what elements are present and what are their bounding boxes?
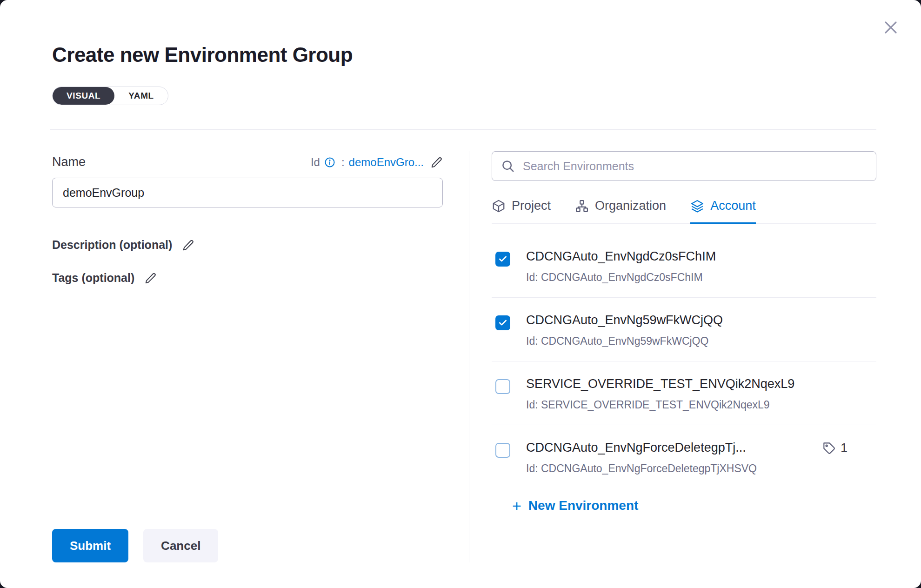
environment-checkbox[interactable] [495, 443, 510, 458]
new-environment-button[interactable]: + New Environment [512, 498, 876, 513]
id-row: Id : demoEnvGro... [311, 156, 443, 169]
id-separator: : [341, 156, 345, 169]
create-environment-group-modal: Create new Environment Group VISUAL YAML… [0, 0, 921, 588]
new-environment-label: New Environment [528, 498, 638, 513]
name-input[interactable] [52, 178, 443, 207]
tag-count-badge: 1 [823, 441, 848, 455]
submit-button[interactable]: Submit [52, 529, 128, 562]
info-icon[interactable] [324, 157, 335, 168]
search-environments-input[interactable] [492, 151, 876, 181]
search-icon [501, 159, 515, 173]
environment-row: CDCNGAuto_EnvNgdCz0sFChIM Id: CDCNGAuto_… [492, 224, 876, 298]
environment-id: Id: CDCNGAuto_EnvNgForceDeletegpTjXHSVQ [526, 461, 807, 475]
environment-list: CDCNGAuto_EnvNgdCz0sFChIM Id: CDCNGAuto_… [492, 224, 876, 479]
hierarchy-icon [575, 199, 589, 213]
environment-id: Id: CDCNGAuto_EnvNg59wFkWCjQQ [526, 334, 876, 348]
form-panel: Name Id : demoEnvGro... [52, 151, 443, 562]
environment-id: Id: SERVICE_OVERRIDE_TEST_ENVQik2NqexL9 [526, 398, 876, 412]
tab-account-label: Account [710, 199, 756, 213]
environment-row: CDCNGAuto_EnvNgForceDeletegpTj... Id: CD… [492, 425, 876, 479]
environment-name: CDCNGAuto_EnvNgForceDeletegpTj... [526, 439, 807, 456]
environment-row: CDCNGAuto_EnvNg59wFkWCjQQ Id: CDCNGAuto_… [492, 298, 876, 361]
tags-label: Tags (optional) [52, 271, 134, 285]
name-label: Name [52, 155, 86, 169]
cube-icon [492, 199, 506, 213]
tag-icon [823, 442, 836, 455]
environment-id: Id: CDCNGAuto_EnvNgdCz0sFChIM [526, 270, 876, 284]
environment-row: SERVICE_OVERRIDE_TEST_ENVQik2NqexL9 Id: … [492, 361, 876, 425]
layers-icon [690, 199, 704, 213]
environment-checkbox[interactable] [495, 252, 510, 267]
tab-visual[interactable]: VISUAL [53, 87, 114, 105]
visual-yaml-toggle: VISUAL YAML [52, 87, 168, 105]
tab-project-label: Project [512, 199, 551, 213]
tab-organization-label: Organization [595, 199, 666, 213]
id-label: Id [311, 156, 320, 169]
environment-checkbox[interactable] [495, 379, 510, 394]
close-icon[interactable] [882, 19, 900, 36]
tab-yaml[interactable]: YAML [114, 87, 167, 105]
cancel-button[interactable]: Cancel [143, 529, 218, 562]
tab-project[interactable]: Project [492, 199, 551, 224]
tab-account[interactable]: Account [690, 199, 756, 224]
divider [50, 129, 876, 130]
environment-name: CDCNGAuto_EnvNg59wFkWCjQQ [526, 312, 876, 328]
page-title: Create new Environment Group [52, 43, 921, 67]
tag-count: 1 [841, 441, 848, 455]
id-value: demoEnvGro... [349, 156, 424, 169]
environment-name: CDCNGAuto_EnvNgdCz0sFChIM [526, 248, 876, 265]
environment-checkbox[interactable] [495, 315, 510, 330]
plus-icon: + [512, 499, 521, 512]
environment-name: SERVICE_OVERRIDE_TEST_ENVQik2NqexL9 [526, 375, 876, 392]
edit-id-icon[interactable] [431, 156, 443, 168]
edit-tags-icon[interactable] [145, 272, 157, 284]
tab-organization[interactable]: Organization [575, 199, 666, 224]
edit-description-icon[interactable] [182, 239, 194, 251]
scope-tabs: Project Organization [492, 199, 876, 224]
description-label: Description (optional) [52, 238, 172, 252]
environments-panel: Project Organization [469, 151, 876, 562]
